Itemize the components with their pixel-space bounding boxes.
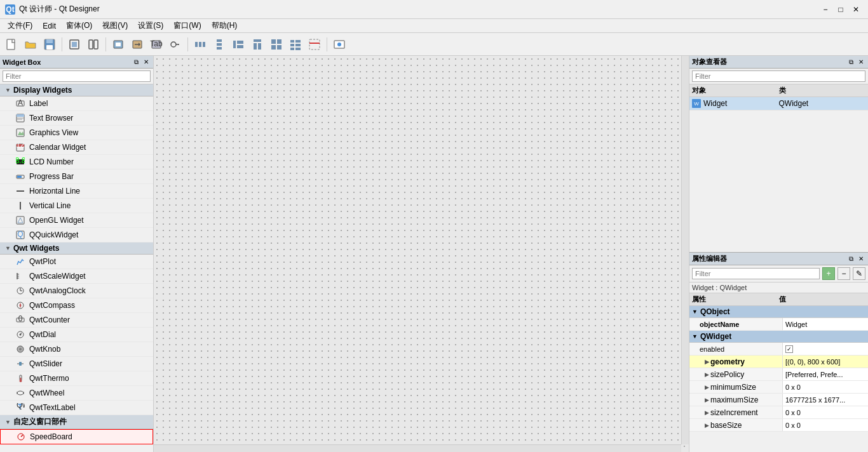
widget-item-qquick[interactable]: Q QQuickWidget xyxy=(0,228,153,243)
enabled-checkbox[interactable]: ✓ xyxy=(785,345,793,353)
prop-row-geometry: ▶ geometry [(0, 0), 800 x 600] xyxy=(689,356,868,368)
geometry-expand[interactable]: ▶ xyxy=(700,359,709,365)
layout-form-button[interactable] xyxy=(287,36,304,53)
new-button[interactable] xyxy=(3,36,20,53)
text-browser-text: Text Browser xyxy=(29,114,73,123)
layout-h2-button[interactable] xyxy=(229,36,247,53)
open-button[interactable] xyxy=(22,36,39,53)
widget-item-progress-bar[interactable]: Progress Bar xyxy=(0,170,153,184)
maxsize-expand[interactable]: ▶ xyxy=(700,397,709,403)
layout-v-button[interactable] xyxy=(210,36,228,53)
property-editor-float-button[interactable]: ⧉ xyxy=(846,255,855,263)
minsize-expand[interactable]: ▶ xyxy=(700,384,709,390)
prop-value-maxsize[interactable]: 16777215 x 1677... xyxy=(783,394,868,406)
prop-filter-input[interactable] xyxy=(692,268,820,279)
widget-item-qwtdial[interactable]: QwtDial xyxy=(0,328,153,342)
prop-value-geometry[interactable]: [(0, 0), 800 x 600] xyxy=(783,356,868,368)
qwtcompass-text: QwtCompass xyxy=(29,301,75,310)
widget-item-h-line[interactable]: Horizontal Line xyxy=(0,184,153,199)
widget-item-qwtwheel[interactable]: QwtWheel xyxy=(0,386,153,401)
widget-item-calendar[interactable]: 12 Calendar Widget xyxy=(0,140,153,155)
widget-item-qwtknob[interactable]: QwtKnob xyxy=(0,342,153,357)
category-display-widgets[interactable]: ▼ Display Widgets xyxy=(0,84,153,96)
sizeincrement-expand[interactable]: ▶ xyxy=(700,409,709,416)
widget-mode-button[interactable] xyxy=(65,36,83,53)
prop-value-minsize[interactable]: 0 x 0 xyxy=(783,381,868,393)
svg-rect-27 xyxy=(237,41,243,44)
widget-box-close-button[interactable]: ✕ xyxy=(142,58,151,67)
qwttextlabel-icon: TQwt xyxy=(15,402,25,413)
custom-arrow: ▼ xyxy=(5,419,11,425)
widget-item-qwtplot[interactable]: QwtPlot xyxy=(0,255,153,269)
svg-rect-30 xyxy=(254,43,257,50)
menu-item-h[interactable]: 帮助(H) xyxy=(207,19,243,32)
prop-value-basesize[interactable]: 0 x 0 xyxy=(783,419,868,431)
menu-item-w[interactable]: 窗口(W) xyxy=(168,19,206,32)
sizepolicy-expand[interactable]: ▶ xyxy=(700,371,709,378)
layout-h-button[interactable] xyxy=(191,36,209,53)
qwtslider-text: QwtSlider xyxy=(29,359,62,368)
prop-group-qwidget[interactable]: ▼ QWidget xyxy=(689,331,868,343)
prop-add-button[interactable]: + xyxy=(822,267,835,280)
svg-text:0: 0 xyxy=(18,316,23,323)
widget-item-qwtclock[interactable]: QwtAnalogClock xyxy=(0,284,153,298)
lcd-text: LCD Number xyxy=(29,157,74,166)
edit-tab-button[interactable]: Tab xyxy=(147,36,165,53)
category-custom[interactable]: ▼ 自定义窗口部件 xyxy=(0,415,153,429)
widget-item-qwttextlabel[interactable]: TQwt QwtTextLabel xyxy=(0,401,153,415)
object-inspector-close-button[interactable]: ✕ xyxy=(857,58,865,67)
qwtcounter-icon: 0 xyxy=(15,315,25,325)
widget-item-label[interactable]: A Label xyxy=(0,96,153,111)
layout-v2-button[interactable] xyxy=(248,36,266,53)
basesize-expand[interactable]: ▶ xyxy=(700,422,709,429)
maximize-button[interactable]: □ xyxy=(834,3,848,17)
close-button[interactable]: ✕ xyxy=(849,3,863,17)
widget-item-graphics-view[interactable]: Graphics View xyxy=(0,126,153,140)
widget-item-qwtcounter[interactable]: 0 QwtCounter xyxy=(0,313,153,328)
canvas-scrollbar-h[interactable] xyxy=(154,444,681,452)
menu-item-v[interactable]: 视图(V) xyxy=(97,19,133,32)
layout-button[interactable] xyxy=(85,36,102,53)
object-filter-input[interactable] xyxy=(692,70,865,82)
widget-item-opengl[interactable]: OpenGL Widget xyxy=(0,213,153,228)
widget-item-qwtcompass[interactable]: QwtCompass xyxy=(0,298,153,313)
widget-item-v-line[interactable]: Vertical Line xyxy=(0,199,153,213)
prop-value-sizeincrement[interactable]: 0 x 0 xyxy=(783,406,868,418)
canvas-scrollbar-v[interactable] xyxy=(681,56,689,444)
break-layout-button[interactable] xyxy=(306,36,323,53)
edit-widgets-button[interactable] xyxy=(109,36,127,53)
widget-item-qwtscale[interactable]: QwtScaleWidget xyxy=(0,269,153,284)
preview-button[interactable] xyxy=(330,36,348,53)
widget-item-speedboard[interactable]: SpeedBoard xyxy=(0,429,153,444)
prop-value-objectname[interactable]: Widget xyxy=(783,318,868,330)
calendar-text: Calendar Widget xyxy=(29,143,86,152)
minimize-button[interactable]: − xyxy=(818,3,832,17)
prop-remove-button[interactable]: − xyxy=(837,267,850,280)
widget-item-text-browser[interactable]: Text Browser xyxy=(0,111,153,126)
object-row-widget[interactable]: W Widget QWidget xyxy=(689,97,868,110)
prop-group-qobject[interactable]: ▼ QObject xyxy=(689,306,868,318)
category-qwt-widgets[interactable]: ▼ Qwt Widgets xyxy=(0,243,153,255)
menu-item-edit[interactable]: Edit xyxy=(37,20,61,32)
widget-filter-input[interactable] xyxy=(3,70,151,82)
menu-item-o[interactable]: 窗体(O) xyxy=(61,19,97,32)
widget-box-controls: ⧉ ✕ xyxy=(132,58,151,67)
save-button[interactable] xyxy=(41,36,58,53)
prop-row-basesize: ▶ baseSize 0 x 0 xyxy=(689,419,868,432)
menu-item-s[interactable]: 设置(S) xyxy=(133,19,168,32)
prop-value-sizepolicy[interactable]: [Preferred, Prefe... xyxy=(783,368,868,380)
widget-box-float-button[interactable]: ⧉ xyxy=(132,58,140,67)
property-editor-title: 属性编辑器 xyxy=(692,254,727,263)
object-table: 对象 类 W Widget QWidget xyxy=(689,84,868,252)
edit-signals-button[interactable] xyxy=(128,36,146,53)
property-editor-close-button[interactable]: ✕ xyxy=(857,255,865,263)
layout-grid-button[interactable] xyxy=(268,36,285,53)
object-inspector-float-button[interactable]: ⧉ xyxy=(846,58,855,67)
widget-item-qwtthermo[interactable]: QwtThermo xyxy=(0,371,153,386)
prop-value-enabled[interactable]: ✓ xyxy=(783,343,868,355)
widget-item-qwtslider[interactable]: QwtSlider xyxy=(0,357,153,371)
widget-item-lcd[interactable]: 8.8 LCD Number xyxy=(0,155,153,170)
menu-item-f[interactable]: 文件(F) xyxy=(3,19,37,32)
prop-edit-button[interactable]: ✎ xyxy=(853,267,865,280)
edit-buddies-button[interactable] xyxy=(166,36,184,53)
